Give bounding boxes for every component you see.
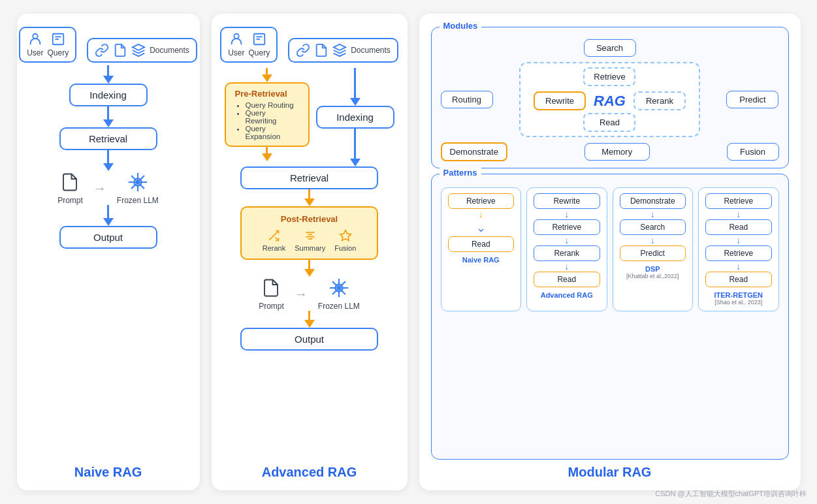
- adv-user-group: User: [228, 32, 244, 57]
- pa-retrieve: Retrieve: [534, 219, 600, 235]
- post-retrieval-box: Post-Retrieval Rerank: [240, 206, 378, 260]
- pa-arrow2: ↓: [564, 235, 569, 245]
- pd-search: Search: [620, 219, 686, 235]
- naive-indexing: Indexing: [69, 84, 148, 106]
- adv-output: Output: [240, 328, 378, 351]
- pi-sub: [Shao et al., 2023]: [714, 299, 762, 306]
- pd-arrow1: ↓: [650, 209, 655, 219]
- naive-output: Output: [59, 226, 157, 249]
- modular-title: Modular RAG: [568, 460, 652, 480]
- pn-retrieve: Retrieve: [448, 193, 515, 209]
- post-summary: Summary: [295, 229, 325, 252]
- pd-arrow2: ↓: [650, 235, 655, 245]
- watermark: CSDN @人工智能大模型chatGPT培训咨询叶梓: [655, 489, 807, 499]
- pi-retrieve2: Retrieve: [705, 245, 772, 261]
- adv-prompt-icon: [261, 277, 281, 299]
- mod-rerank: Rerank: [633, 91, 686, 110]
- modules-section: Modules Search Routing Retrieve Rewrite …: [431, 27, 789, 168]
- post-rerank: Rerank: [263, 229, 285, 252]
- user-query-box: User Query: [19, 27, 76, 63]
- adv-query-icon: [252, 32, 266, 46]
- naive-title: Naive RAG: [74, 460, 142, 480]
- adv-retrieval: Retrieval: [240, 166, 378, 189]
- pattern-naive: Retrieve ↓ ⌄ Read Naive RAG: [441, 187, 522, 311]
- arrow-adv-output: [304, 311, 315, 328]
- mod-search: Search: [584, 39, 636, 57]
- pi-arrow2: ↓: [736, 235, 741, 245]
- patterns-section: Patterns Retrieve ↓ ⌄ Read Naive RAG Rew…: [431, 174, 789, 460]
- pattern-dsp: Demonstrate ↓ Search ↓ Predict DSP [Khat…: [613, 187, 694, 311]
- mod-demonstrate: Demonstrate: [441, 142, 507, 161]
- svg-marker-21: [340, 230, 351, 241]
- query-group: Query: [47, 32, 69, 57]
- summary-icon: [302, 229, 318, 242]
- adv-documents-box: Documents: [288, 38, 398, 63]
- pa-rewrite: Rewrite: [534, 193, 600, 209]
- pre-retrieval-box: Pre-Retrieval Query Routing Query Rewrit…: [225, 82, 310, 147]
- pre-item-1: Query Routing: [246, 101, 299, 109]
- pn-read: Read: [448, 236, 515, 252]
- mod-retrieve: Retrieve: [583, 67, 635, 86]
- arrow1-naive: [103, 65, 114, 84]
- pi-read2: Read: [705, 272, 772, 287]
- naive-rag-panel: User Query: [17, 14, 200, 490]
- arrow2-naive: [103, 106, 114, 127]
- mod-memory: Memory: [585, 143, 650, 161]
- arrow3-naive: [103, 150, 114, 171]
- mod-rewrite: Rewrite: [534, 91, 586, 110]
- arrow-post-retrieval: [304, 189, 315, 206]
- post-icons-row: Rerank Summary: [251, 229, 368, 252]
- pattern-iter: Retrieve ↓ Read ↓ Retrieve ↓ Read ITER-R…: [698, 187, 779, 311]
- adv-arrow-right: →: [295, 287, 308, 302]
- naive-icons-row: User Query: [19, 27, 197, 63]
- arrow4-naive: [103, 205, 114, 226]
- adv-link-icon: [296, 43, 310, 57]
- adv-indexing: Indexing: [316, 106, 394, 129]
- link-icon: [95, 43, 109, 57]
- arrow-right-gray: →: [93, 181, 106, 196]
- layers-icon: [131, 43, 146, 57]
- svg-marker-14: [334, 44, 345, 50]
- mod-rag-label: RAG: [594, 93, 626, 110]
- patterns-label: Patterns: [440, 168, 481, 178]
- pa-rerank: Rerank: [534, 245, 600, 261]
- pd-name: DSP: [645, 265, 660, 273]
- pi-read1: Read: [705, 219, 772, 235]
- pi-arrow3: ↓: [736, 261, 741, 272]
- naive-flow: User Query: [29, 27, 188, 460]
- advanced-icons-row: User Query: [220, 27, 398, 63]
- post-fusion: Fusion: [334, 229, 356, 252]
- pre-item-3: Query Expansion: [246, 125, 299, 140]
- fusion-icon: [338, 229, 353, 242]
- pre-retrieval-col: Pre-Retrieval Query Routing Query Rewrit…: [225, 68, 310, 166]
- pd-demonstrate: Demonstrate: [620, 193, 686, 209]
- naive-retrieval: Retrieval: [59, 127, 157, 150]
- modules-label: Modules: [440, 21, 482, 31]
- adv-layers-icon: [332, 43, 347, 57]
- arrow-adv-to-prompt: [304, 260, 315, 277]
- documents-box: Documents: [87, 38, 197, 63]
- svg-point-10: [234, 34, 238, 39]
- mod-fusion: Fusion: [727, 143, 779, 161]
- document-icon: [113, 43, 127, 57]
- pi-retrieve1: Retrieve: [705, 193, 772, 209]
- adv-document-icon: [314, 43, 328, 57]
- pn-arrow1: ↓: [479, 209, 483, 219]
- pa-read: Read: [534, 272, 600, 287]
- indexing-col: Indexing: [316, 68, 394, 166]
- mod-read: Read: [583, 113, 635, 132]
- advanced-rag-panel: User Query: [212, 14, 408, 490]
- pn-name: Naive RAG: [462, 256, 500, 264]
- adv-user-icon: [229, 32, 244, 46]
- prompt-llm-row-adv: Prompt → Frozen LLM: [259, 277, 360, 311]
- advanced-flow: User Query: [223, 27, 396, 460]
- modular-rag-panel: Modules Search Routing Retrieve Rewrite …: [419, 14, 801, 490]
- pa-arrow1: ↓: [564, 209, 569, 219]
- pi-name: ITER-RETGEN: [714, 291, 763, 299]
- pd-sub: [Khattab et al.,2022]: [626, 273, 679, 279]
- advanced-title: Advanced RAG: [262, 460, 357, 480]
- adv-query-group: Query: [248, 32, 270, 57]
- prompt-llm-row-naive: Prompt → Frozen LLM: [57, 171, 159, 205]
- pn-wave-arrow: ⌄: [476, 221, 486, 235]
- pre-item-2: Query Rewriting: [246, 109, 299, 125]
